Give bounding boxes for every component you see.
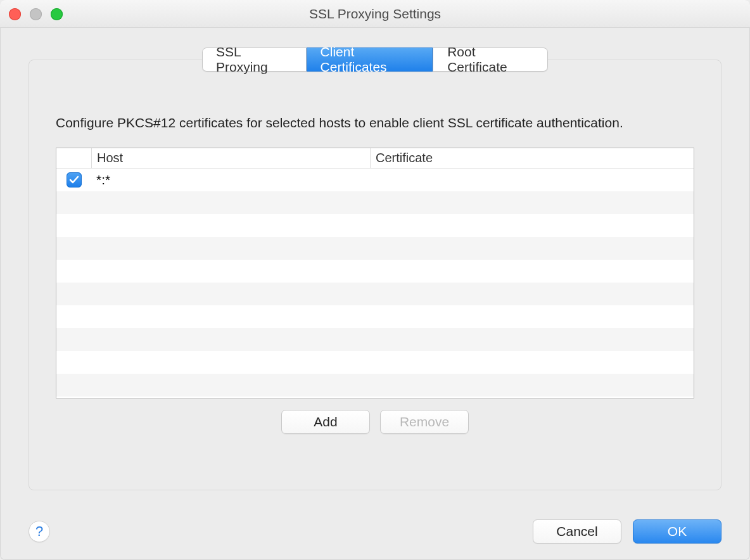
traffic-lights [9,8,63,20]
dialog-window: SSL Proxying Settings SSL Proxying Clien… [0,0,750,560]
table-row [56,283,694,305]
table-row [56,351,694,374]
content-area: SSL Proxying Client Certificates Root Ce… [0,28,750,560]
tab-group: SSL Proxying Client Certificates Root Ce… [202,48,548,72]
column-certificate[interactable]: Certificate [370,148,694,168]
add-button[interactable]: Add [281,410,370,434]
cancel-button[interactable]: Cancel [533,519,621,544]
window-title: SSL Proxying Settings [309,6,441,22]
remove-button[interactable]: Remove [380,410,469,434]
table-row [56,305,694,328]
table-row [56,237,694,260]
table-actions: Add Remove [29,398,721,434]
dialog-footer: ? Cancel OK [29,519,721,544]
certificates-table: Host Certificate *:* [56,148,694,398]
column-host[interactable]: Host [91,148,370,168]
table-row [56,214,694,237]
table-body: *:* [56,169,694,397]
checkmark-icon [69,175,79,185]
zoom-window-icon[interactable] [51,8,63,20]
close-window-icon[interactable] [9,8,21,20]
table-row [56,374,694,397]
table-row [56,328,694,351]
table-row [56,191,694,214]
tab-client-certificates[interactable]: Client Certificates [307,48,434,72]
settings-panel: SSL Proxying Client Certificates Root Ce… [29,60,721,490]
minimize-window-icon [30,8,42,20]
row-enabled-cell [56,172,91,188]
help-button[interactable]: ? [29,521,50,542]
tab-ssl-proxying[interactable]: SSL Proxying [202,48,307,72]
ok-button[interactable]: OK [633,519,721,544]
table-row[interactable]: *:* [56,169,694,191]
tab-root-certificate[interactable]: Root Certificate [433,48,548,72]
row-host-cell: *:* [91,172,370,188]
help-icon: ? [35,523,43,540]
enabled-checkbox[interactable] [67,172,82,188]
column-enabled[interactable] [56,148,91,168]
table-header: Host Certificate [56,148,694,169]
titlebar: SSL Proxying Settings [0,0,750,28]
table-row [56,260,694,283]
